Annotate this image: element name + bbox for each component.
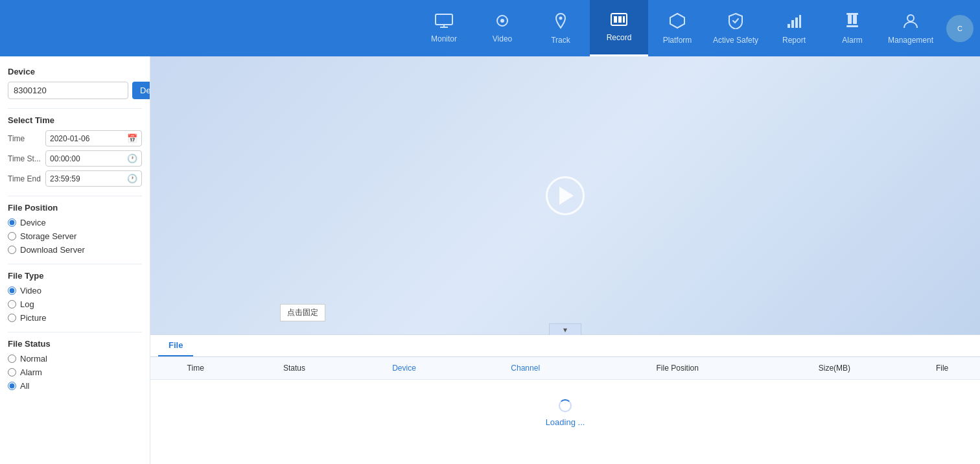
pin-button[interactable]: 点击固定 bbox=[280, 304, 325, 321]
file-tabs: File bbox=[150, 335, 980, 357]
col-file: File bbox=[904, 357, 980, 380]
clock-icon-end: 🕐 bbox=[127, 174, 137, 183]
file-section: File Time Status Device Channel File Pos… bbox=[150, 334, 980, 464]
file-position-download-label: Download Server bbox=[20, 245, 85, 255]
nav-item-monitor[interactable]: Monitor bbox=[415, 0, 473, 56]
col-status: Status bbox=[240, 357, 347, 380]
nav-label-management: Management bbox=[888, 36, 933, 45]
device-section-title: Device bbox=[8, 67, 142, 76]
file-status-normal[interactable]: Normal bbox=[8, 354, 142, 364]
file-position-storage[interactable]: Storage Server bbox=[8, 231, 142, 241]
nav-item-report[interactable]: Report bbox=[765, 0, 823, 56]
file-type-log[interactable]: Log bbox=[8, 299, 142, 309]
nav-item-alarm[interactable]: Alarm bbox=[823, 0, 881, 56]
time-label: Time bbox=[8, 134, 41, 143]
file-status-group: Normal Alarm All bbox=[8, 354, 142, 391]
active-safety-icon bbox=[728, 12, 743, 32]
tab-file[interactable]: File bbox=[158, 335, 193, 356]
nav-item-track[interactable]: Track bbox=[531, 0, 590, 56]
collapse-button[interactable]: ▾ bbox=[549, 323, 581, 335]
file-type-log-label: Log bbox=[20, 299, 34, 309]
video-player: 点击固定 ▾ bbox=[150, 56, 980, 334]
nav-item-platform[interactable]: Platform bbox=[648, 0, 706, 56]
file-status-alarm-label: Alarm bbox=[20, 367, 42, 377]
divider-1 bbox=[8, 108, 142, 109]
play-triangle-icon bbox=[559, 187, 574, 205]
file-table: Time Status Device Channel File Position… bbox=[150, 357, 980, 447]
loading-text: Loading ... bbox=[546, 417, 585, 427]
loading-spinner bbox=[559, 399, 572, 412]
file-status-all-radio[interactable] bbox=[8, 382, 16, 390]
file-type-log-radio[interactable] bbox=[8, 300, 16, 308]
file-type-video-radio[interactable] bbox=[8, 286, 16, 295]
header-row: Time Status Device Channel File Position… bbox=[150, 357, 980, 380]
time-start-label: Time St... bbox=[8, 154, 41, 163]
time-end-input[interactable]: 🕐 bbox=[45, 170, 142, 187]
file-position-group: Device Storage Server Download Server bbox=[8, 218, 142, 255]
file-status-normal-label: Normal bbox=[20, 354, 47, 364]
nav-items: Monitor Video Track bbox=[415, 0, 940, 56]
nav-label-monitor: Monitor bbox=[431, 34, 457, 43]
svg-rect-12 bbox=[795, 17, 798, 28]
nav-label-track: Track bbox=[551, 36, 570, 45]
file-type-picture-label: Picture bbox=[20, 313, 46, 323]
nav-item-record[interactable]: Record bbox=[590, 0, 648, 56]
time-end-field[interactable] bbox=[50, 174, 127, 183]
divider-4 bbox=[8, 332, 142, 332]
time-row-start: Time St... 🕐 bbox=[8, 150, 142, 167]
file-status-alarm-radio[interactable] bbox=[8, 368, 16, 377]
svg-rect-11 bbox=[791, 20, 794, 28]
file-type-picture-radio[interactable] bbox=[8, 314, 16, 322]
nav-item-video[interactable]: Video bbox=[473, 0, 531, 56]
sidebar: Device Device Select Time Time 📅 Time St… bbox=[0, 56, 150, 464]
divider-2 bbox=[8, 196, 142, 196]
select-time-title: Select Time bbox=[8, 115, 142, 125]
svg-rect-14 bbox=[848, 15, 852, 24]
platform-icon bbox=[669, 12, 686, 32]
report-icon bbox=[786, 12, 802, 32]
file-status-all[interactable]: All bbox=[8, 381, 142, 391]
file-status-title: File Status bbox=[8, 339, 142, 349]
nav-label-record: Record bbox=[607, 33, 632, 42]
avatar[interactable]: C bbox=[946, 15, 974, 42]
file-position-download-radio[interactable] bbox=[8, 246, 16, 254]
file-position-device[interactable]: Device bbox=[8, 218, 142, 227]
time-section: Time 📅 Time St... 🕐 Time End 🕐 bbox=[8, 130, 142, 187]
clock-icon-start: 🕐 bbox=[127, 154, 137, 163]
play-button[interactable] bbox=[546, 176, 585, 215]
svg-rect-13 bbox=[799, 15, 801, 28]
time-start-field[interactable] bbox=[50, 154, 127, 163]
file-position-download[interactable]: Download Server bbox=[8, 245, 142, 255]
svg-rect-0 bbox=[436, 14, 452, 25]
file-position-device-label: Device bbox=[20, 218, 46, 227]
svg-rect-15 bbox=[853, 15, 857, 24]
time-date-field[interactable] bbox=[50, 134, 127, 143]
device-button[interactable]: Device bbox=[132, 82, 150, 99]
file-position-storage-radio[interactable] bbox=[8, 232, 16, 240]
file-table-header: Time Status Device Channel File Position… bbox=[150, 357, 980, 380]
nav-item-active-safety[interactable]: Active Safety bbox=[706, 0, 765, 56]
file-position-device-radio[interactable] bbox=[8, 218, 16, 227]
nav-label-report: Report bbox=[782, 36, 806, 45]
nav-label-video: Video bbox=[493, 34, 512, 43]
svg-rect-10 bbox=[788, 24, 790, 28]
file-type-picture[interactable]: Picture bbox=[8, 313, 142, 323]
main-layout: Device Device Select Time Time 📅 Time St… bbox=[0, 56, 980, 464]
file-type-video[interactable]: Video bbox=[8, 286, 142, 296]
svg-point-5 bbox=[559, 16, 563, 19]
file-table-body: Loading ... bbox=[150, 380, 980, 447]
loading-row: Loading ... bbox=[150, 380, 980, 447]
svg-rect-7 bbox=[614, 16, 617, 23]
file-status-alarm[interactable]: Alarm bbox=[8, 367, 142, 377]
loading-area: Loading ... bbox=[150, 380, 980, 447]
svg-rect-9 bbox=[623, 16, 625, 23]
device-input[interactable] bbox=[8, 82, 128, 99]
chevron-down-icon: ▾ bbox=[563, 325, 567, 334]
file-status-normal-radio[interactable] bbox=[8, 354, 16, 363]
device-row: Device bbox=[8, 82, 142, 99]
time-row-end: Time End 🕐 bbox=[8, 170, 142, 187]
nav-item-management[interactable]: Management bbox=[881, 0, 940, 56]
time-date-input[interactable]: 📅 bbox=[45, 130, 142, 146]
file-type-title: File Type bbox=[8, 271, 142, 281]
time-start-input[interactable]: 🕐 bbox=[45, 150, 142, 167]
